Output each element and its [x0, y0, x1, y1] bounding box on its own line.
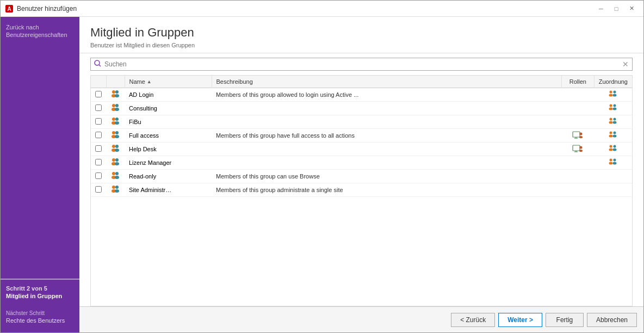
svg-point-25	[609, 121, 613, 124]
group-icon	[106, 115, 125, 129]
row-description: Members of this group allowed to login u…	[212, 88, 561, 102]
row-roles	[561, 88, 594, 102]
sidebar-back-nav[interactable]: Zurück nach Benutzereigenschaften	[1, 17, 79, 46]
assignment-icon	[608, 144, 618, 153]
row-checkbox[interactable]	[95, 91, 102, 97]
svg-point-54	[112, 158, 115, 162]
table-row: Lizenz Manager	[91, 156, 632, 170]
row-assignment	[594, 102, 632, 115]
svg-point-48	[580, 146, 583, 149]
panel-subtitle: Benutzer ist Mitglied in diesen Gruppen	[90, 42, 633, 48]
assignment-icon	[608, 131, 618, 139]
group-icon	[106, 88, 125, 102]
row-checkbox[interactable]	[95, 118, 102, 125]
svg-text:A: A	[7, 6, 11, 12]
svg-point-69	[115, 189, 119, 193]
svg-point-50	[610, 145, 612, 148]
svg-point-35	[580, 133, 583, 135]
cancel-button[interactable]: Abbrechen	[587, 313, 637, 327]
svg-point-6	[115, 90, 119, 94]
row-roles	[561, 143, 594, 156]
search-clear-button[interactable]: ✕	[622, 60, 629, 69]
svg-point-4	[112, 90, 115, 94]
main-window: A Benutzer hinzufügen ─ □ ✕ Zurück nach …	[0, 0, 644, 333]
col-header-check	[91, 76, 106, 88]
row-roles	[561, 102, 594, 115]
titlebar: A Benutzer hinzufügen ─ □ ✕	[1, 1, 643, 17]
row-name: Site Administr…	[125, 183, 212, 197]
svg-point-18	[614, 104, 616, 107]
svg-point-53	[613, 149, 617, 151]
groups-table: Name ▲ Beschreibung Rollen Zuordnung	[91, 76, 632, 197]
sidebar-next-step: Nächster Schritt Rechte des Benutzers	[1, 305, 79, 332]
row-checkbox[interactable]	[95, 145, 102, 152]
svg-point-15	[115, 108, 119, 111]
row-checkbox[interactable]	[95, 104, 102, 111]
close-button[interactable]: ✕	[624, 3, 639, 14]
col-header-assignment: Zuordnung	[594, 76, 632, 88]
svg-point-65	[115, 176, 119, 179]
svg-point-22	[115, 118, 119, 121]
svg-point-8	[610, 91, 612, 94]
svg-point-51	[609, 149, 613, 151]
panel-title: Mitglied in Gruppen	[90, 26, 633, 40]
svg-point-43	[115, 145, 119, 148]
group-icon	[106, 102, 125, 115]
svg-point-20	[112, 118, 115, 121]
col-header-icon	[106, 76, 125, 88]
sidebar-next-name: Rechte des Benutzers	[6, 317, 74, 324]
row-checkbox[interactable]	[95, 186, 102, 193]
svg-point-38	[609, 135, 613, 138]
svg-point-60	[614, 159, 616, 162]
svg-point-14	[115, 104, 119, 107]
row-assignment	[594, 88, 632, 102]
back-button[interactable]: < Zurück	[451, 313, 495, 327]
row-roles	[561, 115, 594, 129]
col-header-name[interactable]: Name ▲	[125, 76, 212, 88]
table-row: Full accessMembers of this group have fu…	[91, 129, 632, 143]
sidebar-next-label: Nächster Schritt	[6, 310, 74, 316]
sort-arrow-icon: ▲	[147, 79, 152, 84]
svg-point-36	[579, 136, 583, 138]
row-roles	[561, 156, 594, 170]
sidebar: Zurück nach Benutzereigenschaften Schrit…	[1, 17, 79, 332]
svg-point-40	[613, 135, 617, 138]
svg-point-41	[112, 145, 115, 148]
finish-button[interactable]: Fertig	[546, 313, 584, 327]
svg-point-56	[115, 158, 119, 162]
row-checkbox[interactable]	[95, 132, 102, 138]
row-description	[212, 102, 561, 115]
window-title: Benutzer hinzufügen	[17, 5, 593, 13]
minimize-button[interactable]: ─	[593, 3, 609, 14]
row-name: FiBu	[125, 115, 212, 129]
row-roles	[561, 170, 594, 183]
svg-point-17	[609, 108, 613, 110]
row-checkbox[interactable]	[95, 172, 102, 179]
search-input[interactable]	[104, 60, 622, 68]
assignment-icon	[608, 90, 618, 98]
maximize-button[interactable]: □	[609, 3, 624, 14]
svg-rect-45	[573, 145, 580, 151]
svg-point-27	[613, 121, 617, 124]
group-icon	[106, 183, 125, 197]
row-roles	[561, 129, 594, 143]
main-content: Zurück nach Benutzereigenschaften Schrit…	[1, 17, 643, 332]
row-assignment	[594, 143, 632, 156]
table-body: AD LoginMembers of this group allowed to…	[91, 88, 632, 197]
role-icon	[572, 144, 583, 153]
next-button[interactable]: Weiter >	[498, 313, 542, 327]
svg-point-62	[112, 172, 115, 175]
svg-point-58	[610, 159, 612, 162]
group-icon	[106, 143, 125, 156]
svg-point-68	[115, 186, 119, 189]
row-description	[212, 143, 561, 156]
col-header-roles: Rollen	[561, 76, 594, 88]
search-bar: ✕	[90, 58, 633, 71]
svg-point-30	[115, 131, 119, 134]
svg-point-49	[579, 150, 583, 152]
svg-point-12	[112, 104, 115, 107]
svg-point-16	[610, 104, 612, 107]
row-name: AD Login	[125, 88, 212, 102]
row-checkbox[interactable]	[95, 159, 102, 165]
table-row: AD LoginMembers of this group allowed to…	[91, 88, 632, 102]
